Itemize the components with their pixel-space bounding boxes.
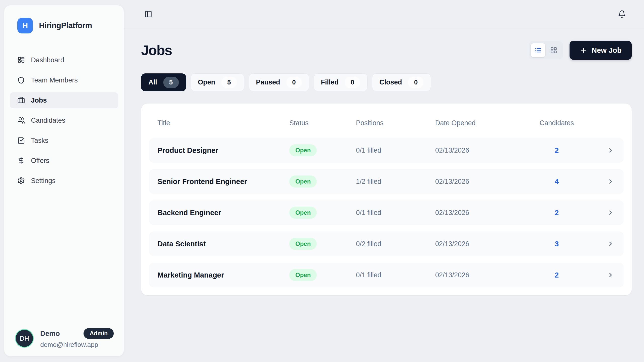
column-header-status: Status [289, 119, 356, 127]
plus-icon [580, 47, 587, 54]
sidebar: H HiringPlatform Dashboard Team Members … [4, 5, 124, 356]
view-toggle [529, 41, 563, 59]
role-badge: Admin [84, 328, 114, 339]
sidebar-item-label: Tasks [31, 137, 48, 145]
sidebar-item-label: Candidates [31, 117, 65, 124]
topbar [124, 0, 644, 28]
sidebar-item-label: Settings [31, 177, 56, 185]
column-header-candidates: Candidates [535, 119, 578, 127]
chevron-right-icon[interactable] [607, 240, 614, 247]
table-row[interactable]: Backend Engineer Open 0/1 filled 02/13/2… [149, 200, 624, 225]
job-title: Backend Engineer [157, 209, 289, 217]
sidebar-item-jobs[interactable]: Jobs [10, 92, 118, 108]
chevron-right-icon[interactable] [607, 272, 614, 279]
sidebar-item-label: Dashboard [31, 56, 64, 64]
jobs-table: Title Status Positions Date Opened Candi… [141, 104, 632, 295]
check-square-icon [17, 137, 25, 144]
column-header-date-opened: Date Opened [435, 119, 535, 127]
chevron-right-icon[interactable] [607, 147, 614, 154]
table-row[interactable]: Product Designer Open 0/1 filled 02/13/2… [149, 138, 624, 163]
job-title: Marketing Manager [157, 271, 289, 279]
filter-tab-filled[interactable]: Filled 0 [314, 73, 368, 91]
sidebar-item-label: Team Members [31, 76, 78, 84]
job-title: Senior Frontend Engineer [157, 177, 289, 186]
sidebar-item-candidates[interactable]: Candidates [10, 112, 118, 128]
table-header: Title Status Positions Date Opened Candi… [149, 104, 624, 138]
chevron-right-icon[interactable] [607, 209, 614, 216]
column-header-title: Title [157, 119, 289, 127]
filter-count: 5 [163, 77, 179, 88]
sidebar-item-label: Offers [31, 157, 49, 165]
status-badge: Open [289, 207, 317, 219]
main-area: Jobs [124, 0, 644, 362]
job-title: Product Designer [157, 146, 289, 155]
filter-count: 0 [345, 77, 360, 88]
status-badge: Open [289, 175, 317, 188]
status-badge: Open [289, 238, 317, 250]
sidebar-item-tasks[interactable]: Tasks [10, 132, 118, 149]
date-opened-cell: 02/13/2026 [435, 147, 535, 154]
user-email: demo@hireflow.app [40, 341, 114, 349]
users-icon [17, 117, 25, 124]
sidebar-nav: Dashboard Team Members Jobs Candidates T… [10, 52, 118, 189]
list-view-icon [535, 47, 542, 54]
shield-icon [17, 76, 25, 84]
sidebar-item-offers[interactable]: Offers [10, 153, 118, 169]
sidebar-item-dashboard[interactable]: Dashboard [10, 52, 118, 68]
candidates-count[interactable]: 2 [535, 146, 578, 155]
positions-cell: 0/1 filled [356, 209, 435, 217]
avatar: DH [15, 329, 34, 348]
grid-view-button[interactable] [546, 43, 561, 57]
filter-tab-all[interactable]: All 5 [141, 73, 186, 91]
brand-logo: H [17, 18, 33, 33]
sidebar-item-settings[interactable]: Settings [10, 173, 118, 189]
filter-count: 0 [408, 77, 424, 88]
notifications-button[interactable] [618, 10, 626, 18]
status-badge: Open [289, 269, 317, 281]
filter-count: 0 [286, 77, 302, 88]
filter-tab-paused[interactable]: Paused 0 [249, 73, 309, 91]
dashboard-icon [17, 56, 25, 64]
list-view-button[interactable] [531, 43, 545, 57]
dollar-icon [17, 157, 25, 164]
filter-tab-closed[interactable]: Closed 0 [372, 73, 431, 91]
column-header-positions: Positions [356, 119, 435, 127]
sidebar-toggle-button[interactable] [145, 10, 152, 18]
candidates-count[interactable]: 3 [535, 240, 578, 248]
table-row[interactable]: Data Scientist Open 0/2 filled 02/13/202… [149, 232, 624, 256]
candidates-count[interactable]: 4 [535, 177, 578, 186]
date-opened-cell: 02/13/2026 [435, 209, 535, 217]
table-row[interactable]: Marketing Manager Open 0/1 filled 02/13/… [149, 263, 624, 287]
sidebar-item-team-members[interactable]: Team Members [10, 72, 118, 88]
positions-cell: 0/1 filled [356, 271, 435, 279]
status-badge: Open [289, 144, 317, 156]
date-opened-cell: 02/13/2026 [435, 178, 535, 186]
panel-left-icon [145, 10, 152, 18]
filter-count: 5 [221, 77, 237, 88]
bell-icon [618, 10, 626, 18]
job-title: Data Scientist [157, 240, 289, 248]
positions-cell: 0/1 filled [356, 147, 435, 154]
candidates-count[interactable]: 2 [535, 271, 578, 279]
positions-cell: 0/2 filled [356, 240, 435, 248]
positions-cell: 1/2 filled [356, 178, 435, 186]
status-filters: All 5 Open 5 Paused 0 Filled 0 Closed 0 [141, 73, 632, 91]
page-title: Jobs [141, 42, 172, 58]
brand: H HiringPlatform [17, 18, 114, 33]
candidates-count[interactable]: 2 [535, 209, 578, 217]
user-profile[interactable]: DH Demo Admin demo@hireflow.app [15, 328, 114, 349]
gear-icon [17, 177, 25, 185]
chevron-right-icon[interactable] [607, 178, 614, 185]
date-opened-cell: 02/13/2026 [435, 271, 535, 279]
brand-name: HiringPlatform [39, 21, 92, 30]
date-opened-cell: 02/13/2026 [435, 240, 535, 248]
table-row[interactable]: Senior Frontend Engineer Open 1/2 filled… [149, 169, 624, 194]
new-job-button[interactable]: New Job [570, 41, 632, 60]
sidebar-item-label: Jobs [31, 97, 47, 104]
filter-tab-open[interactable]: Open 5 [191, 73, 244, 91]
briefcase-icon [17, 97, 25, 104]
user-name: Demo [40, 330, 60, 338]
grid-view-icon [550, 47, 557, 54]
